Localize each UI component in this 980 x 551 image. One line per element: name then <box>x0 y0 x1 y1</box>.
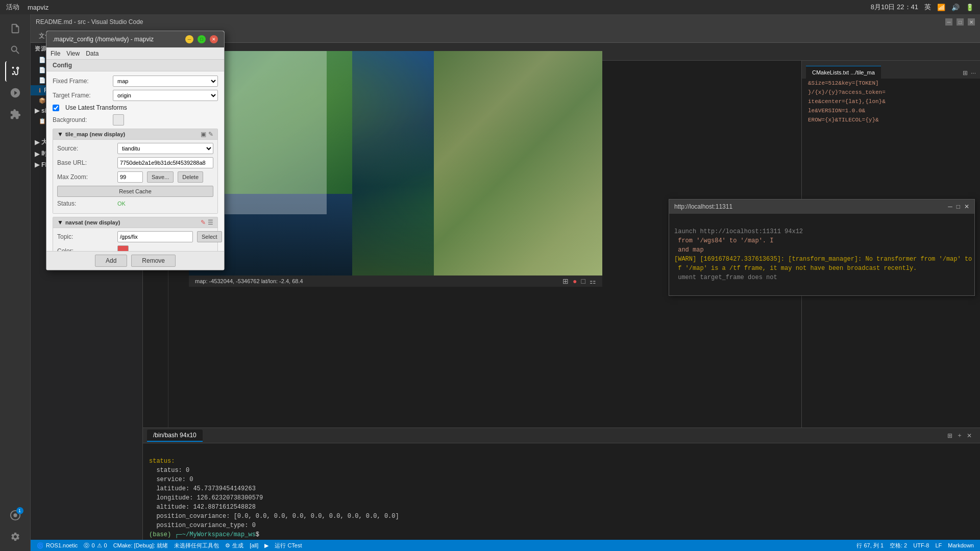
plugin-navsat-header[interactable]: ▼ navsat (new display) ✎ ☰ <box>53 217 217 228</box>
dialog-menu-file[interactable]: File <box>51 50 60 57</box>
plugin-navsat-move-icon[interactable]: ☰ <box>208 219 213 226</box>
terminal-add-icon[interactable]: ＋ <box>957 431 963 440</box>
color-swatch[interactable] <box>117 245 129 251</box>
build[interactable]: ⚙ 生成 <box>225 542 243 549</box>
activity-run[interactable] <box>5 83 26 103</box>
delete-btn[interactable]: Delete <box>178 171 203 183</box>
map-icon-1[interactable]: ⊞ <box>562 277 569 285</box>
all-target[interactable]: [all] <box>250 542 258 548</box>
terminal-popup-minimize[interactable]: ─ <box>948 203 952 210</box>
warning-count: 0 <box>104 542 107 548</box>
fixed-frame-select[interactable]: map <box>113 76 218 87</box>
plugin-navsat-collapse-icon: ▼ <box>57 219 63 226</box>
terminal-content[interactable]: status: status: 0 service: 0 latitude: 4… <box>143 443 980 540</box>
base-url-row: Base URL: <box>57 157 213 168</box>
map-record-icon[interactable]: ● <box>573 277 577 285</box>
cmake-label: CMake: [Debug]: 就绪 <box>113 542 168 549</box>
chevron-right-icon: ▶ <box>35 161 39 168</box>
line-ending[interactable]: LF <box>935 542 942 548</box>
status-row-1: Status: OK <box>57 200 213 207</box>
plugin-navsat: ▼ navsat (new display) ✎ ☰ Topic: Select… <box>53 217 218 251</box>
run-icon: ▶ <box>264 542 268 549</box>
run-ctest[interactable]: 运行 CTest <box>275 542 302 549</box>
ros-status[interactable]: 🌀 ROS1.noetic <box>37 542 78 549</box>
plugin-move-icon[interactable]: ✎ <box>208 131 213 138</box>
target-frame-label: Target Frame: <box>53 92 109 99</box>
window-controls: ─ □ ✕ <box>945 18 975 26</box>
right-tab-cmake[interactable]: CMakeLists.txt .../tile_ma <box>806 66 881 79</box>
map-statusbar: map: -4532044, -5346762 lat/lon: -2.4, 6… <box>189 276 602 287</box>
select-btn[interactable]: Select <box>197 231 222 242</box>
run-button[interactable]: ▶ <box>264 542 268 549</box>
indent[interactable]: 空格: 2 <box>890 542 907 549</box>
plugin-tile-map-header[interactable]: ▼ tile_map (new display) ▣ ✎ <box>53 129 217 140</box>
add-button[interactable]: Add <box>95 255 127 267</box>
remove-button[interactable]: Remove <box>131 255 176 267</box>
activity-files[interactable] <box>5 18 26 39</box>
close-button[interactable]: ✕ <box>968 18 975 26</box>
encoding[interactable]: UTF-8 <box>913 542 929 548</box>
terminal-popup-maximize[interactable]: □ <box>957 203 960 210</box>
more-options-icon[interactable]: ··· <box>971 69 976 77</box>
source-select[interactable]: tianditu <box>117 143 213 154</box>
encoding-label: UTF-8 <box>913 542 929 548</box>
language-label: Markdown <box>948 542 974 548</box>
language-mode[interactable]: Markdown <box>948 542 974 548</box>
dialog-menu-view[interactable]: View <box>66 50 80 57</box>
use-latest-checkbox[interactable] <box>53 105 59 111</box>
app-sidebar <box>0 14 31 551</box>
save-btn[interactable]: Save... <box>147 171 174 183</box>
file-icon: 📄 <box>39 77 46 84</box>
tab-terminal[interactable]: /bin/bash 94x10 <box>147 430 203 442</box>
maximize-button[interactable]: □ <box>957 18 964 26</box>
base-url-label: Base URL: <box>57 159 113 166</box>
terminal-split-icon[interactable]: ⊞ <box>947 432 952 439</box>
activity-extensions[interactable] <box>5 104 26 124</box>
volume-icon: 🔊 <box>951 4 960 11</box>
info-icon: ℹ <box>39 87 41 94</box>
map-view[interactable] <box>189 51 602 276</box>
ros-icon: 🌀 <box>37 542 44 549</box>
dialog-menu-data[interactable]: Data <box>86 50 99 57</box>
lang-indicator[interactable]: 英 <box>924 3 931 12</box>
color-label: Color: <box>57 247 113 251</box>
cmake-icon: 📋 <box>39 118 46 124</box>
errors-warnings[interactable]: ⓪ 0 ⚠ 0 <box>84 542 107 549</box>
dialog-minimize-btn[interactable]: ─ <box>185 35 193 43</box>
terminal-popup-controls: ─ □ ✕ <box>948 203 969 210</box>
activity-source-control[interactable] <box>5 61 26 82</box>
target-frame-select[interactable]: origin <box>113 90 218 101</box>
window-title: README.md - src - Visual Studio Code <box>36 18 143 26</box>
app-menu[interactable]: 活动 <box>6 3 19 12</box>
terminal-popup-close[interactable]: ✕ <box>964 203 969 210</box>
terminal-close-icon[interactable]: ✕ <box>967 432 972 439</box>
background-row: Background: <box>53 114 218 126</box>
activity-search[interactable] <box>5 40 26 60</box>
status-label-1: Status: <box>57 200 113 207</box>
dialog-maximize-btn[interactable]: □ <box>198 35 206 43</box>
position-label: 行 67, 列 1 <box>856 542 884 549</box>
plugin-visibility-icon[interactable]: ▣ <box>201 131 206 138</box>
background-swatch[interactable] <box>113 114 124 126</box>
cmake-status[interactable]: CMake: [Debug]: 就绪 <box>113 542 168 549</box>
gear-icon: ⚙ <box>225 542 230 549</box>
terminal-popup-content[interactable]: launch http://localhost:11311 94x12 from… <box>669 214 974 295</box>
map-icon-4[interactable]: ⚏ <box>590 277 596 285</box>
plugin-navsat-icons: ✎ ☰ <box>201 219 213 226</box>
reset-cache-btn[interactable]: Reset Cache <box>57 186 213 197</box>
no-kit[interactable]: 未选择任何工具包 <box>174 542 219 549</box>
code-line: EROW={x}&TILECOL={y}& <box>802 115 980 124</box>
dialog-close-btn[interactable]: ✕ <box>210 35 218 43</box>
cursor-position[interactable]: 行 67, 列 1 <box>856 542 884 549</box>
plugin-navsat-visibility-icon[interactable]: ✎ <box>201 219 206 226</box>
system-bar-left: 活动 mapviz <box>6 3 48 12</box>
split-editor-icon[interactable]: ⊞ <box>963 69 968 77</box>
activity-settings[interactable] <box>5 527 26 547</box>
max-zoom-input[interactable] <box>117 171 143 183</box>
topic-input[interactable] <box>117 231 193 242</box>
activity-ros[interactable] <box>5 505 26 525</box>
base-url-input[interactable] <box>117 157 213 168</box>
run-ctest-label: 运行 CTest <box>275 542 302 549</box>
minimize-button[interactable]: ─ <box>945 18 952 26</box>
map-icon-3[interactable]: □ <box>581 277 585 285</box>
